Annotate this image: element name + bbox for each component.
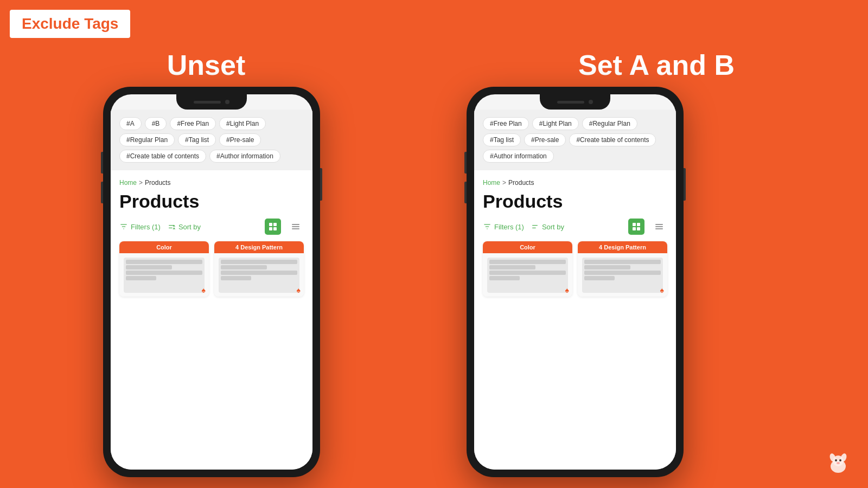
right-product-design-label: 4 Design Pattern <box>599 244 646 251</box>
tag-create-toc[interactable]: #Create table of contents <box>119 150 206 163</box>
breadcrumb-separator: > <box>139 179 143 187</box>
left-filters-button[interactable]: Filters (1) <box>119 222 161 231</box>
right-breadcrumb-current: Products <box>508 179 534 187</box>
img-row-7 <box>221 271 297 275</box>
right-grid-view-button[interactable] <box>628 219 644 235</box>
list-line-3 <box>292 228 299 229</box>
left-products-title: Products <box>119 191 199 211</box>
left-product-design-label: 4 Design Pattern <box>235 244 283 251</box>
left-product-design-img <box>219 258 299 293</box>
img-row-1 <box>126 260 202 264</box>
left-product-color-header: Color <box>119 241 209 253</box>
right-img-row-2 <box>489 265 535 269</box>
right-product-design-body: ♠ <box>578 253 667 297</box>
svg-point-16 <box>837 462 840 464</box>
right-phone: #Free Plan #Light Plan #Regular Plan #Ta… <box>467 87 684 477</box>
left-products-grid: Color ♠ 4 Design Pattern <box>111 241 312 297</box>
volume-up-button <box>101 152 103 174</box>
img-row-3 <box>126 271 202 275</box>
svg-point-14 <box>835 459 837 461</box>
right-img-row-1 <box>489 260 566 264</box>
tag-tag-list[interactable]: #Tag list <box>178 133 216 146</box>
exclude-tags-text: Exclude Tags <box>22 15 118 32</box>
right-list-line-3 <box>655 228 663 229</box>
left-phone: #A #B #Free Plan #Light Plan #Regular Pl… <box>103 87 320 477</box>
left-breadcrumb: Home > Products <box>111 170 312 189</box>
right-product-color[interactable]: Color ♠ <box>483 241 572 297</box>
left-product-design[interactable]: 4 Design Pattern ♠ <box>214 241 304 297</box>
right-grid-cell-2 <box>637 223 640 226</box>
notch-bar <box>194 101 221 104</box>
img-row-6 <box>221 265 266 269</box>
svg-point-15 <box>839 459 841 461</box>
right-img-row-3 <box>489 271 566 275</box>
filters-label: Filters (1) <box>131 223 161 231</box>
right-products-grid: Color ♠ 4 Design Pattern <box>474 241 676 297</box>
left-product-color-label: Color <box>156 244 172 251</box>
right-tag-tag-list[interactable]: #Tag list <box>483 133 521 146</box>
right-notch-bar <box>557 101 584 104</box>
left-product-color[interactable]: Color ♠ <box>119 241 209 297</box>
volume-down-button <box>101 182 103 203</box>
power-button <box>320 168 322 201</box>
left-grid-view-button[interactable] <box>265 219 281 235</box>
right-toolbar: Filters (1) Sort by <box>474 219 676 241</box>
notch-camera <box>225 100 229 104</box>
right-product-design-img <box>582 258 663 293</box>
right-sortby-label: Sort by <box>542 223 564 231</box>
left-color-card-icon: ♠ <box>202 286 206 294</box>
right-breadcrumb: Home > Products <box>474 170 676 189</box>
right-grid-icon <box>633 223 640 230</box>
right-img-row-8 <box>584 276 615 280</box>
list-line-1 <box>292 224 299 225</box>
tag-free-plan[interactable]: #Free Plan <box>170 117 216 130</box>
right-tag-pre-sale[interactable]: #Pre-sale <box>524 133 566 146</box>
left-sortby-button[interactable]: Sort by <box>167 222 201 231</box>
notch <box>176 94 247 110</box>
tag-light-plan[interactable]: #Light Plan <box>219 117 266 130</box>
left-section-heading: Unset <box>0 49 412 81</box>
right-products-title: Products <box>483 191 563 211</box>
left-phone-screen: #A #B #Free Plan #Light Plan #Regular Pl… <box>111 94 312 470</box>
img-row-8 <box>221 276 251 280</box>
right-grid-cell-4 <box>637 227 640 230</box>
tag-a[interactable]: #A <box>119 117 142 130</box>
left-design-card-icon: ♠ <box>297 286 301 294</box>
right-sortby-button[interactable]: Sort by <box>531 222 564 231</box>
right-tag-author-info[interactable]: #Author information <box>483 150 554 163</box>
right-img-row-6 <box>584 265 630 269</box>
right-product-color-header: Color <box>483 241 572 253</box>
right-volume-down-button <box>464 182 467 203</box>
right-breadcrumb-home[interactable]: Home <box>483 179 500 187</box>
right-power-button <box>684 168 686 201</box>
right-notch-camera <box>589 100 593 104</box>
right-tag-light-plan[interactable]: #Light Plan <box>532 117 579 130</box>
tag-author-info[interactable]: #Author information <box>209 150 280 163</box>
grid-icon <box>269 223 277 230</box>
right-product-design-header: 4 Design Pattern <box>578 241 667 253</box>
right-tag-free-plan[interactable]: #Free Plan <box>483 117 529 130</box>
right-color-card-icon: ♠ <box>565 286 569 294</box>
left-list-view-button[interactable] <box>288 219 304 235</box>
right-filters-button[interactable]: Filters (1) <box>483 222 524 231</box>
grid-cell-1 <box>269 223 272 226</box>
breadcrumb-home[interactable]: Home <box>119 179 137 187</box>
right-product-design[interactable]: 4 Design Pattern ♠ <box>578 241 667 297</box>
right-tag-create-toc[interactable]: #Create table of contents <box>569 133 656 146</box>
tag-pre-sale[interactable]: #Pre-sale <box>219 133 261 146</box>
left-products-heading: Products <box>111 189 312 219</box>
tag-b[interactable]: #B <box>145 117 167 130</box>
filters-icon <box>119 222 128 231</box>
right-grid-cell-1 <box>633 223 636 226</box>
right-notch <box>540 94 610 110</box>
right-heading-text: Set A and B <box>578 49 735 81</box>
right-img-row-5 <box>584 260 661 264</box>
left-phone-content: #A #B #Free Plan #Light Plan #Regular Pl… <box>111 110 312 470</box>
right-sort-icon <box>531 222 539 231</box>
right-list-view-button[interactable] <box>651 219 667 235</box>
right-volume-up-button <box>464 152 467 174</box>
tag-regular-plan[interactable]: #Regular Plan <box>119 133 175 146</box>
right-list-icon <box>655 224 663 229</box>
right-tag-regular-plan[interactable]: #Regular Plan <box>582 117 637 130</box>
right-img-row-4 <box>489 276 520 280</box>
